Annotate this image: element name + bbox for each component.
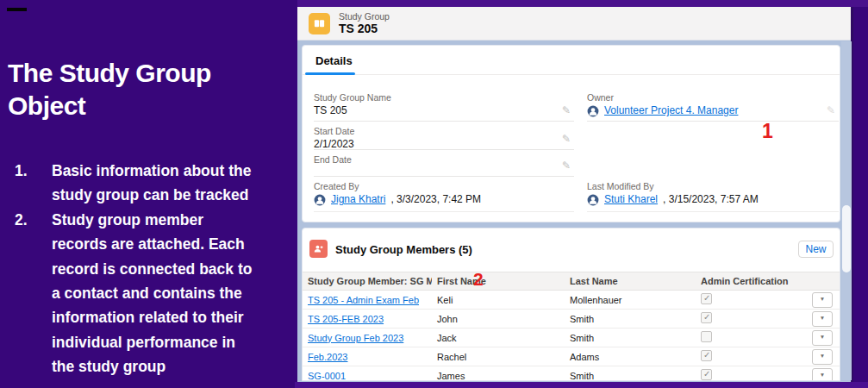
scrollbar-thumb[interactable] [842, 205, 851, 272]
user-avatar-icon [587, 194, 599, 206]
browser-top-bar [297, 0, 868, 7]
annotation-step-1: 1 [762, 120, 773, 143]
record-header: Study Group TS 205 [297, 7, 851, 41]
chevron-down-icon: ▼ [820, 354, 825, 360]
field-start-date: Start Date 2/1/2023 ✎ [314, 126, 574, 150]
table-row: Feb.2023RachelAdams▼ [303, 347, 840, 366]
member-link[interactable]: TS 205-FEB 2023 [308, 314, 384, 324]
chevron-down-icon: ▼ [820, 297, 825, 303]
column-header-member[interactable]: Study Group Member: SG Me... [303, 276, 432, 286]
related-list-title: Study Group Members (5) [335, 243, 472, 256]
created-by-link[interactable]: Jigna Khatri [331, 193, 385, 206]
members-table-header: Study Group Member: SG Me... First Name … [303, 272, 840, 291]
study-group-book-icon [309, 13, 330, 34]
related-list-header: Study Group Members (5) New [303, 228, 840, 272]
member-link[interactable]: TS 205 - Admin Exam Feb [308, 295, 419, 305]
last-modified-by-link[interactable]: Stuti Kharel [604, 193, 658, 206]
list-number: 2. [15, 208, 52, 379]
members-table-body: TS 205 - Admin Exam FebKeliMollenhauer▼T… [303, 291, 840, 381]
created-datetime: , 3/3/2023, 7:42 PM [390, 193, 481, 206]
edit-pencil-icon[interactable]: ✎ [562, 104, 571, 116]
vertical-scrollbar[interactable] [841, 41, 852, 380]
user-avatar-icon [587, 105, 599, 117]
first-name-cell: John [432, 314, 565, 324]
row-actions-button[interactable]: ▼ [812, 292, 833, 308]
field-label: Study Group Name [314, 92, 574, 103]
column-header-last-name[interactable]: Last Name [565, 276, 696, 286]
admin-certification-checkbox[interactable] [701, 369, 712, 380]
first-name-cell: Keli [432, 295, 565, 305]
last-name-cell: Smith [565, 314, 696, 324]
chevron-down-icon: ▼ [820, 316, 825, 322]
list-item-text: Basic information about the study group … [52, 159, 290, 208]
column-header-first-name[interactable]: First Name [432, 276, 565, 286]
browser-bottom-bar [295, 382, 868, 388]
details-card: Details Study Group Name TS 205 ✎ Start … [302, 45, 840, 222]
member-link[interactable]: Study Group Feb 2023 [308, 333, 403, 343]
entity-label: Study Group [339, 11, 390, 22]
group-members-icon [309, 240, 328, 258]
field-label: End Date [314, 154, 574, 165]
table-row: TS 205 - Admin Exam FebKeliMollenhauer▼ [303, 291, 840, 310]
slide-list: 1. Basic information about the study gro… [15, 159, 290, 379]
table-row: Study Group Feb 2023JackSmith▼ [303, 329, 840, 347]
record-name: TS 205 [339, 22, 390, 35]
slide-title: The Study Group Object [8, 57, 292, 122]
owner-link[interactable]: Volunteer Project 4. Manager [604, 104, 738, 117]
edit-pencil-icon[interactable]: ✎ [562, 133, 571, 145]
field-created-by: Created By Jigna Khatri , 3/3/2023, 7:42… [314, 181, 574, 212]
field-last-modified-by: Last Modified By Stuti Kharel , 3/15/202… [587, 181, 839, 212]
tab-details[interactable]: Details [315, 54, 353, 67]
admin-certification-checkbox[interactable] [701, 312, 712, 323]
tab-bar: Details [303, 46, 840, 75]
record-page-body: Details Study Group Name TS 205 ✎ Start … [297, 41, 851, 381]
field-label: Start Date [314, 126, 574, 136]
table-row: SG-0001JamesSmith▼ [303, 366, 840, 381]
field-label: Created By [314, 181, 574, 191]
member-link[interactable]: Feb.2023 [308, 352, 347, 362]
salesforce-screenshot: Study Group TS 205 Details Study Group N… [297, 7, 853, 382]
first-name-cell: Jack [432, 333, 565, 343]
last-name-cell: Mollenhauer [565, 295, 696, 305]
slide-dash-decoration [7, 8, 27, 11]
last-name-cell: Smith [565, 371, 696, 381]
list-item: 1. Basic information about the study gro… [15, 159, 290, 208]
row-actions-button[interactable]: ▼ [812, 368, 833, 382]
first-name-cell: James [432, 371, 565, 381]
field-value: 2/1/2023 [314, 138, 574, 151]
field-label: Last Modified By [587, 181, 839, 191]
list-number: 1. [15, 159, 52, 208]
row-actions-button[interactable]: ▼ [812, 330, 833, 346]
list-item-text: Study group member records are attached.… [52, 208, 290, 379]
active-tab-underline [305, 72, 355, 75]
table-row: TS 205-FEB 2023JohnSmith▼ [303, 310, 840, 329]
annotation-step-2: 2 [473, 269, 484, 290]
admin-certification-checkbox[interactable] [701, 331, 712, 342]
row-actions-button[interactable]: ▼ [812, 311, 833, 327]
column-header-admin-certification[interactable]: Admin Certification [696, 276, 807, 286]
admin-certification-checkbox[interactable] [701, 350, 712, 361]
new-button[interactable]: New [798, 241, 834, 258]
list-item: 2. Study group member records are attach… [15, 208, 290, 379]
study-group-members-card: Study Group Members (5) New Study Group … [302, 228, 840, 381]
edit-pencil-icon[interactable]: ✎ [827, 104, 835, 116]
user-avatar-icon [314, 194, 326, 206]
field-value: TS 205 [314, 104, 574, 117]
row-actions-button[interactable]: ▼ [812, 349, 833, 365]
chevron-down-icon: ▼ [820, 335, 825, 341]
field-study-group-name: Study Group Name TS 205 ✎ [314, 92, 574, 122]
field-end-date: End Date ✎ [314, 154, 574, 177]
last-name-cell: Adams [565, 352, 696, 362]
field-owner: Owner Volunteer Project 4. Manager ✎ [587, 92, 839, 122]
last-name-cell: Smith [565, 333, 696, 343]
modified-datetime: , 3/15/2023, 7:57 AM [663, 193, 759, 206]
record-titles: Study Group TS 205 [339, 11, 390, 35]
chevron-down-icon: ▼ [820, 372, 825, 379]
first-name-cell: Rachel [432, 352, 565, 362]
edit-pencil-icon[interactable]: ✎ [562, 160, 571, 172]
field-label: Owner [587, 92, 839, 103]
member-link[interactable]: SG-0001 [308, 371, 346, 381]
admin-certification-checkbox[interactable] [701, 293, 712, 304]
